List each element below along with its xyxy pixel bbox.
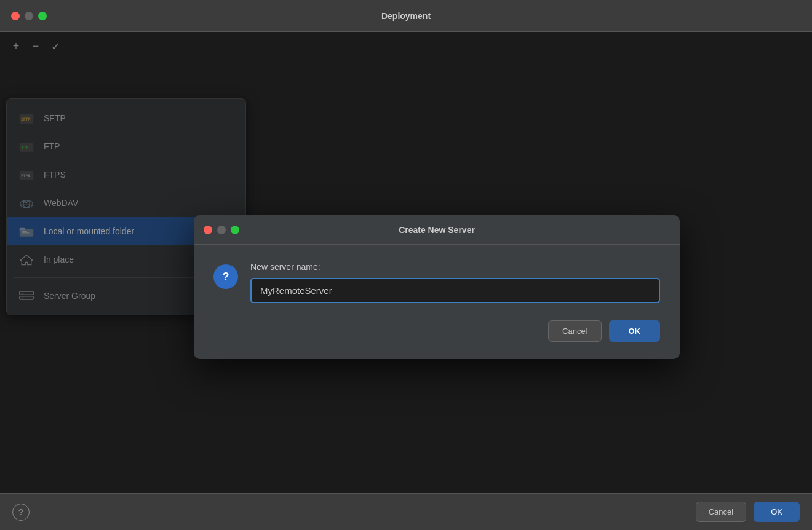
dialog-body: ? New server name: Cancel OK xyxy=(194,245,680,359)
close-button[interactable] xyxy=(11,12,20,20)
bottom-bar: ? Cancel OK xyxy=(0,493,812,530)
dialog-traffic-lights xyxy=(204,226,239,234)
minimize-button[interactable] xyxy=(25,12,33,20)
dialog-row: ? New server name: xyxy=(213,262,660,303)
help-icon: ? xyxy=(213,264,238,289)
main-content: + − ✓ SFTP SFTP xyxy=(0,32,812,493)
dialog-maximize-button[interactable] xyxy=(231,226,239,234)
dialog-cancel-button[interactable]: Cancel xyxy=(548,320,601,342)
dialog-form: New server name: xyxy=(250,262,660,303)
bottom-left: ? xyxy=(12,504,30,521)
traffic-lights xyxy=(11,12,47,20)
help-button[interactable]: ? xyxy=(12,504,30,521)
cancel-button[interactable]: Cancel xyxy=(696,502,746,522)
dialog-minimize-button[interactable] xyxy=(217,226,226,234)
maximize-button[interactable] xyxy=(38,12,47,20)
create-server-dialog: Create New Server ? New server name: Can… xyxy=(194,215,680,359)
bottom-right: Cancel OK xyxy=(696,502,800,522)
dialog-ok-button[interactable]: OK xyxy=(609,320,661,342)
server-name-label: New server name: xyxy=(250,262,660,272)
dialog-close-button[interactable] xyxy=(204,226,212,234)
dialog-title-bar: Create New Server xyxy=(194,215,680,245)
ok-button[interactable]: OK xyxy=(754,502,800,522)
server-name-input[interactable] xyxy=(250,278,660,303)
dialog-title: Create New Server xyxy=(399,225,475,235)
dialog-buttons: Cancel OK xyxy=(213,318,660,342)
modal-overlay: Create New Server ? New server name: Can… xyxy=(0,32,812,493)
window-title: Deployment xyxy=(381,11,431,21)
title-bar: Deployment xyxy=(0,0,812,32)
